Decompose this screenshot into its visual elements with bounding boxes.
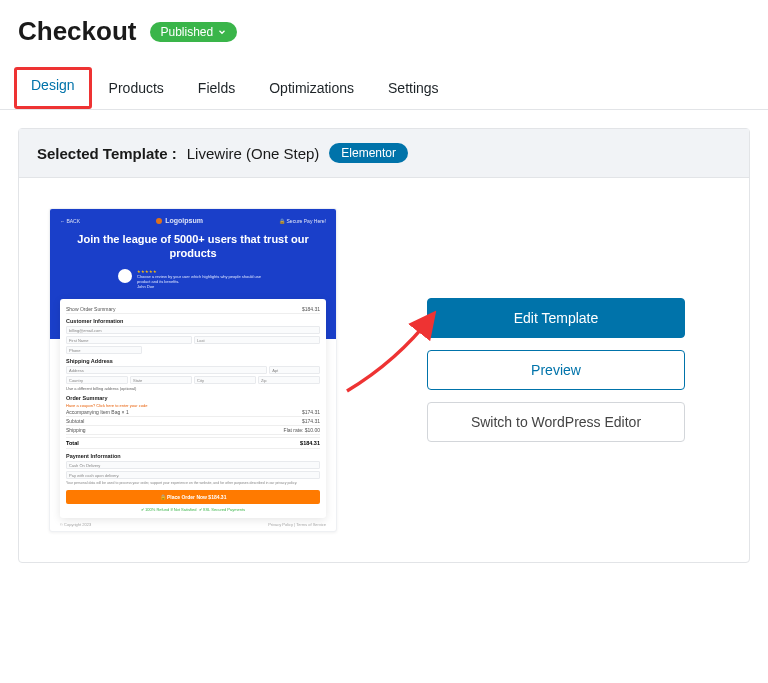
preview-footer-links: Privacy Policy | Terms of Service [268, 522, 326, 527]
panel-body: ← BACK Logoipsum 🔒 Secure Pay Here! Join… [19, 178, 749, 562]
shipping-value: Flat rate: $10.00 [284, 427, 320, 433]
section-shipping: Shipping Address [66, 358, 320, 364]
avatar [118, 269, 132, 283]
status-badge[interactable]: Published [150, 22, 237, 42]
trust-badge-1: ✔ 100% Refund If Not Satisfied [141, 507, 196, 512]
edit-template-button[interactable]: Edit Template [427, 298, 685, 338]
preview-copyright: © Copyright 2023 [60, 522, 91, 527]
phone-input: Phone [66, 346, 142, 354]
total-label: Total [66, 440, 79, 446]
template-panel: Selected Template : Livewire (One Step) … [18, 128, 750, 563]
line-item-price: $174.31 [302, 409, 320, 415]
city-input: City [194, 376, 256, 384]
order-summary-toggle: Show Order Summary [66, 306, 115, 312]
template-preview-thumbnail: ← BACK Logoipsum 🔒 Secure Pay Here! Join… [49, 208, 337, 532]
apt-input: Apt [269, 366, 320, 374]
place-order-button: 🔒 Place Order Now $184.31 [66, 490, 320, 504]
tab-fields[interactable]: Fields [181, 67, 252, 109]
diff-address-checkbox: Use a different billing address (optiona… [66, 386, 320, 391]
shipping-label: Shipping [66, 427, 85, 433]
state-input: State [130, 376, 192, 384]
preview-headline: Join the league of 5000+ users that trus… [50, 232, 336, 261]
trust-badge-2: ✔ SSL Secured Payments [199, 507, 245, 512]
status-badge-label: Published [160, 25, 213, 39]
section-payment: Payment Information [66, 453, 320, 459]
actions-column: Edit Template Preview Switch to WordPres… [427, 298, 685, 442]
tab-design[interactable]: Design [14, 67, 92, 109]
subtotal-label: Subtotal [66, 418, 84, 424]
section-customer: Customer Information [66, 318, 320, 324]
switch-editor-button[interactable]: Switch to WordPress Editor [427, 402, 685, 442]
panel-head-label: Selected Template : [37, 145, 177, 162]
last-name-input: Last [194, 336, 320, 344]
preview-review-text: Choose a review by your user which highl… [137, 274, 268, 284]
payment-cod: Cash On Delivery [66, 461, 320, 469]
page-title: Checkout [18, 16, 136, 47]
total-value: $184.31 [300, 440, 320, 446]
chevron-down-icon [217, 27, 227, 37]
builder-pill: Elementor [329, 143, 408, 163]
tabs-nav: Design Products Fields Optimizations Set… [0, 67, 768, 110]
address-input: Address [66, 366, 267, 374]
template-name: Livewire (One Step) [187, 145, 320, 162]
preview-secure: 🔒 Secure Pay Here! [279, 218, 326, 224]
email-input: billing@email.com [66, 326, 320, 334]
preview-review-author: John Doe [137, 284, 268, 289]
terms-text: Your personal data will be used to proce… [66, 481, 320, 486]
panel-header: Selected Template : Livewire (One Step) … [19, 129, 749, 178]
tab-products[interactable]: Products [92, 67, 181, 109]
subtotal-value: $174.31 [302, 418, 320, 424]
tab-settings[interactable]: Settings [371, 67, 456, 109]
preview-back: ← BACK [60, 218, 80, 224]
order-summary-price: $184.31 [302, 306, 320, 312]
line-item-name: Accompanying Item Bag × 1 [66, 409, 129, 415]
zip-input: Zip [258, 376, 320, 384]
payment-desc: Pay with cash upon delivery. [66, 471, 320, 479]
preview-logo: Logoipsum [156, 217, 203, 224]
first-name-input: First Name [66, 336, 192, 344]
section-order: Order Summary [66, 395, 320, 401]
preview-button[interactable]: Preview [427, 350, 685, 390]
country-input: Country [66, 376, 128, 384]
tab-optimizations[interactable]: Optimizations [252, 67, 371, 109]
